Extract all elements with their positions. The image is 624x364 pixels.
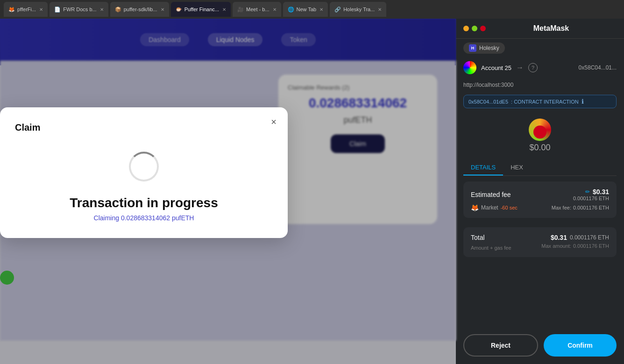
fee-eth: 0.0001176 ETH	[573, 196, 609, 201]
tab-3-close[interactable]: ✕	[161, 7, 164, 12]
mm-address: 0x58C04...01...	[579, 64, 617, 71]
traffic-light-red	[480, 26, 486, 31]
tab-6-favicon: 🌐	[288, 7, 294, 13]
confirm-button[interactable]: Confirm	[544, 334, 617, 357]
tab-6-close[interactable]: ✕	[319, 7, 323, 12]
mm-arrow-icon: →	[516, 63, 524, 72]
traffic-light-yellow	[463, 26, 469, 31]
website-area: Dashboard Liquid Nodes Token Claimable R…	[0, 19, 456, 364]
mm-contract-bar: 0x58C04...01dE5 : CONTRACT INTERACTION ℹ	[463, 95, 617, 108]
traffic-lights	[463, 26, 486, 31]
total-label: Total	[471, 234, 485, 241]
network-icon: H	[469, 44, 476, 52]
tab-6-label: New Tab	[297, 7, 317, 12]
mm-origin: http://localhost:3000	[456, 78, 624, 92]
tab-1[interactable]: 🦊 pfferFi... ✕	[4, 2, 48, 17]
mm-token-inner	[533, 126, 546, 139]
fee-time: -60 sec	[501, 205, 518, 210]
reject-button[interactable]: Reject	[463, 334, 538, 357]
tab-1-favicon: 🦊	[8, 7, 15, 13]
total-sub-label: Amount + gas fee	[471, 245, 511, 251]
tab-2[interactable]: 📄 FWR Docs b... ✕	[50, 2, 108, 17]
total-eth: 0.0001176 ETH	[570, 234, 609, 241]
loading-spinner	[129, 152, 159, 182]
fee-label: Estimated fee	[471, 191, 511, 198]
tab-2-label: FWR Docs b...	[63, 7, 97, 12]
tab-2-close[interactable]: ✕	[100, 7, 104, 12]
mm-network-bar: H Holesky	[456, 39, 624, 57]
mm-tabs: DETAILS HEX	[463, 160, 617, 176]
mm-token-display: $0.00	[456, 111, 624, 160]
mm-total-section: Total $0.31 0.0001176 ETH Amount + gas f…	[463, 227, 617, 257]
fee-market-label: Market	[481, 204, 498, 211]
contract-address: 0x58C04...01dE5	[468, 99, 508, 105]
mm-header: MetaMask	[456, 19, 624, 39]
tab-3[interactable]: 📦 puffer-sdk/lib... ✕	[110, 2, 169, 17]
mm-token-price: $0.00	[529, 143, 550, 153]
tab-5-label: Meet - b...	[246, 7, 269, 12]
tab-7-favicon: 🔗	[334, 7, 341, 13]
fee-row: 🦊 Market -60 sec Max fee: 0.0001176 ETH	[471, 204, 609, 211]
tab-1-close[interactable]: ✕	[39, 7, 43, 12]
total-usd: $0.31	[551, 234, 567, 241]
fee-usd: $0.31	[593, 188, 609, 196]
total-amounts: $0.31 0.0001176 ETH	[551, 234, 609, 241]
contract-label: : CONTRACT INTERACTION	[511, 99, 579, 105]
transaction-title: Transaction in progress	[15, 196, 273, 210]
browser-chrome: 🦊 pfferFi... ✕ 📄 FWR Docs b... ✕ 📦 puffe…	[0, 0, 624, 19]
max-fee-label: Max fee:	[552, 205, 571, 210]
modal-title: Claim	[15, 122, 40, 133]
mm-account-name: Account 25	[481, 64, 511, 71]
metamask-panel: MetaMask H Holesky Account 25 → ? 0x58C0…	[456, 19, 624, 364]
tab-5-close[interactable]: ✕	[273, 7, 277, 12]
tab-5-favicon: 🎥	[237, 7, 244, 13]
tab-3-favicon: 📦	[115, 7, 121, 13]
mm-avatar	[463, 61, 476, 74]
tab-6[interactable]: 🌐 New Tab ✕	[283, 2, 328, 17]
tab-4-close[interactable]: ✕	[222, 7, 226, 12]
tab-1-label: pfferFi...	[17, 7, 36, 12]
tab-5[interactable]: 🎥 Meet - b... ✕	[233, 2, 281, 17]
tab-4-label: Puffer Financ...	[184, 7, 219, 12]
fee-edit-icon[interactable]: ✏	[585, 189, 590, 195]
fox-icon: 🦊	[471, 204, 479, 211]
mm-token-icon	[529, 119, 551, 141]
fee-market: 🦊 Market -60 sec	[471, 204, 518, 211]
mm-account-bar: Account 25 → ? 0x58C04...01...	[456, 57, 624, 78]
tab-3-label: puffer-sdk/lib...	[124, 7, 157, 12]
network-pill[interactable]: H Holesky	[463, 42, 505, 54]
tab-2-favicon: 📄	[54, 7, 61, 13]
spinner-container	[15, 152, 273, 182]
mm-question-icon: ?	[528, 63, 538, 72]
tab-4[interactable]: 🐡 Puffer Financ... ✕	[171, 2, 231, 17]
tab-4-favicon: 🐡	[176, 7, 182, 13]
total-row: Total $0.31 0.0001176 ETH	[471, 234, 609, 241]
mm-tab-hex[interactable]: HEX	[503, 160, 531, 175]
main-content: Dashboard Liquid Nodes Token Claimable R…	[0, 19, 624, 364]
mm-title: MetaMask	[486, 24, 617, 33]
tab-7-close[interactable]: ✕	[378, 7, 382, 12]
tab-7[interactable]: 🔗 Holesky Tra... ✕	[330, 2, 386, 17]
traffic-light-green	[472, 26, 477, 31]
network-label: Holesky	[479, 45, 499, 51]
modal-overlay: Claim × Transaction in progress Claiming…	[0, 19, 456, 364]
max-fee-value: 0.0001176 ETH	[573, 205, 609, 210]
total-max-value: 0.0001176 ETH	[573, 243, 609, 251]
mm-tab-details[interactable]: DETAILS	[463, 160, 503, 175]
mm-fee-section: Estimated fee ✏ $0.31 0.0001176 ETH 🦊 Ma…	[463, 182, 617, 218]
fee-header: Estimated fee ✏ $0.31 0.0001176 ETH	[471, 188, 609, 201]
modal-close-button[interactable]: ×	[271, 117, 277, 127]
transaction-subtitle: Claiming 0.028683314062 pufETH	[15, 214, 273, 222]
mm-actions: Reject Confirm	[456, 327, 624, 364]
tab-7-label: Holesky Tra...	[343, 7, 375, 12]
contract-info-icon[interactable]: ℹ	[581, 98, 584, 105]
total-max-label: Max amount:	[541, 243, 571, 251]
claim-modal: Claim × Transaction in progress Claiming…	[0, 107, 288, 238]
